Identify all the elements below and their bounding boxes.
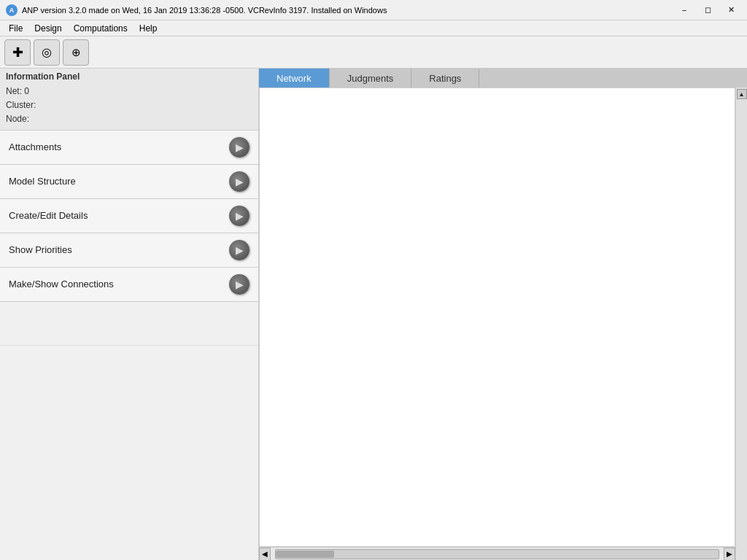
right-panel: NetworkJudgmentsRatings ◀ ▶ ▲: [259, 69, 747, 560]
information-panel: Information Panel Net: 0 Cluster: Node:: [0, 69, 258, 131]
add-button[interactable]: ✚: [4, 39, 31, 66]
menu-help[interactable]: Help: [133, 22, 163, 35]
menu-bar: File Design Computations Help: [0, 20, 747, 36]
left-extra-space: [0, 345, 258, 560]
title-text: ANP version 3.2.0 made on Wed, 16 Jan 20…: [22, 6, 387, 15]
cluster-field: Cluster:: [6, 98, 252, 112]
accordion-item-attachments: Attachments▶: [0, 131, 258, 165]
info-fields: Net: 0 Cluster: Node:: [6, 85, 252, 127]
left-panel: Information Panel Net: 0 Cluster: Node: …: [0, 69, 259, 560]
accordion-item-create-edit: Create/Edit Details▶: [0, 199, 258, 233]
right-inner: ◀ ▶ ▲: [259, 88, 747, 560]
net-field: Net: 0: [6, 85, 252, 98]
network-canvas[interactable]: [259, 88, 735, 547]
app-icon: A: [6, 4, 18, 16]
maximize-button[interactable]: ◻: [697, 3, 718, 18]
accordion-item-show-priorities: Show Priorities▶: [0, 233, 258, 268]
accordion-header-model-structure[interactable]: Model Structure▶: [0, 165, 258, 198]
menu-computations[interactable]: Computations: [68, 22, 133, 35]
eye-icon: ◎: [42, 45, 52, 59]
cluster-label: Cluster:: [6, 100, 36, 110]
right-content: ◀ ▶: [259, 88, 735, 560]
tab-judgments[interactable]: Judgments: [330, 69, 412, 88]
node-label: Node:: [6, 114, 29, 124]
tab-ratings[interactable]: Ratings: [411, 69, 479, 88]
toolbar: ✚ ◎ ⊕: [0, 36, 747, 69]
accordion: Attachments▶Model Structure▶Create/Edit …: [0, 131, 258, 345]
horizontal-scrollbar[interactable]: [275, 549, 719, 559]
v-scroll-top-arrow[interactable]: ▲: [737, 89, 747, 99]
accordion-label-create-edit: Create/Edit Details: [9, 210, 88, 221]
accordion-arrow-attachments: ▶: [229, 137, 249, 158]
accordion-label-show-priorities: Show Priorities: [9, 244, 72, 255]
net-label: Net:: [6, 86, 22, 96]
minimize-button[interactable]: −: [674, 3, 694, 18]
zoom-button[interactable]: ⊕: [63, 39, 89, 66]
accordion-header-create-edit[interactable]: Create/Edit Details▶: [0, 199, 258, 233]
menu-file[interactable]: File: [3, 22, 28, 35]
tab-network[interactable]: Network: [259, 69, 330, 88]
scroll-left-arrow[interactable]: ◀: [259, 548, 271, 561]
accordion-label-make-show-connections: Make/Show Connections: [9, 279, 114, 289]
window-controls: − ◻ ✕: [674, 3, 741, 18]
tab-bar: NetworkJudgmentsRatings: [259, 69, 747, 88]
info-panel-title: Information Panel: [6, 71, 252, 82]
vertical-scrollbar[interactable]: ▲: [735, 88, 747, 560]
accordion-arrow-make-show-connections: ▶: [229, 274, 249, 295]
accordion-header-show-priorities[interactable]: Show Priorities▶: [0, 233, 258, 267]
accordion-item-make-show-connections: Make/Show Connections▶: [0, 268, 258, 302]
accordion-header-make-show-connections[interactable]: Make/Show Connections▶: [0, 268, 258, 301]
zoom-icon: ⊕: [71, 46, 81, 59]
bottom-scrollbar-area: ◀ ▶: [259, 547, 735, 560]
accordion-arrow-show-priorities: ▶: [229, 240, 249, 260]
scroll-right-arrow[interactable]: ▶: [724, 548, 735, 561]
accordion-label-attachments: Attachments: [9, 141, 61, 152]
accordion-arrow-model-structure: ▶: [229, 171, 249, 192]
accordion-header-attachments[interactable]: Attachments▶: [0, 131, 258, 164]
net-value: 0: [24, 86, 29, 96]
close-button[interactable]: ✕: [721, 3, 741, 18]
h-scroll-thumb[interactable]: [276, 551, 334, 558]
main-layout: Information Panel Net: 0 Cluster: Node: …: [0, 69, 747, 560]
menu-design[interactable]: Design: [28, 22, 67, 35]
title-left: A ANP version 3.2.0 made on Wed, 16 Jan …: [6, 4, 387, 16]
add-icon: ✚: [12, 44, 23, 61]
accordion-arrow-create-edit: ▶: [229, 206, 249, 226]
accordion-label-model-structure: Model Structure: [9, 176, 76, 187]
accordion-item-model-structure: Model Structure▶: [0, 165, 258, 199]
view-button[interactable]: ◎: [34, 39, 60, 66]
title-bar: A ANP version 3.2.0 made on Wed, 16 Jan …: [0, 0, 747, 20]
node-field: Node:: [6, 112, 252, 126]
